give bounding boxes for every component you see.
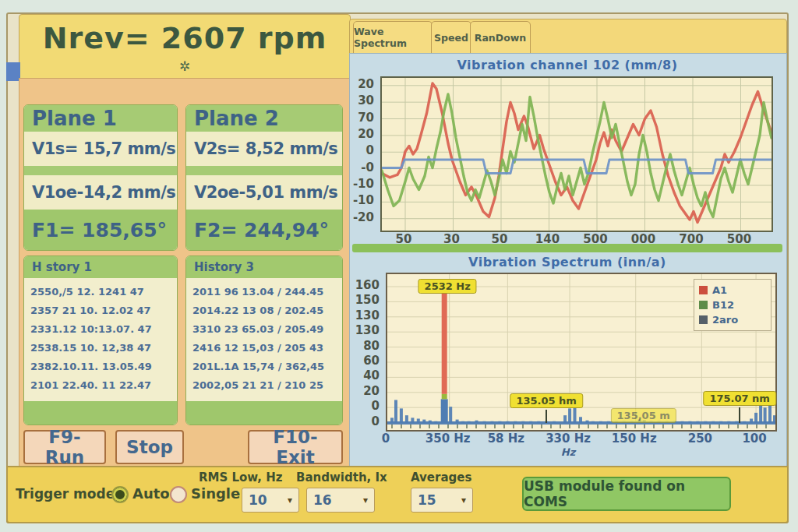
wave-y-tick-label: -10	[353, 193, 374, 207]
spectrum-x-tick-label: 330 Hz	[546, 432, 591, 446]
averages-value: 15	[418, 492, 436, 508]
legend-label: 2aro	[712, 312, 738, 327]
trigger-auto-label[interactable]: Auto	[132, 485, 170, 502]
history3-panel: History 3 2011 96 13.04 / 244.45 2014.22…	[185, 255, 343, 425]
legend-swatch-icon	[699, 301, 708, 309]
wave-series-green	[382, 94, 772, 217]
chevron-down-icon: ▾	[363, 495, 368, 506]
spectrum-y-tick-label: 0	[372, 399, 380, 413]
spectrum-chart-plot: A1B122aro 2532 Hz135.05 hm135,05 m175.07…	[386, 273, 777, 432]
spectrum-main-bar-green	[442, 394, 447, 400]
rotor-marker-icon: ✲	[19, 58, 350, 74]
spectrum-bar	[400, 408, 403, 423]
wave-y-tick-label: -0	[361, 160, 374, 174]
spectrum-y-tick-label: 60	[363, 354, 380, 368]
spectrum-callout-arrow	[546, 410, 547, 423]
rpm-readout: Nrev= 2607 rpm	[19, 21, 350, 55]
history1-panel: H story 1 2550,/5 12. 1241 47 2357 21 10…	[23, 255, 178, 425]
history1-row[interactable]: 2382.10.11. 13.05.49	[30, 358, 177, 376]
spectrum-main-bar-blue	[441, 399, 448, 423]
wave-y-tick-label: 0	[366, 143, 374, 157]
wave-chart-plot	[380, 76, 773, 232]
averages-label: Averages	[411, 470, 471, 484]
bandwidth-label: Bandwidth, Ix	[296, 470, 387, 484]
history3-row[interactable]: 2416 12 15,03 / 205 43	[192, 339, 342, 358]
spectrum-legend-entry: A1	[699, 283, 766, 298]
spectrum-main-bar-red	[442, 287, 447, 394]
history3-row[interactable]: 2011 96 13.04 / 244.45	[192, 283, 342, 301]
wave-series-red	[382, 83, 772, 223]
history3-footer	[186, 401, 342, 425]
averages-dropdown[interactable]: 15 ▾	[411, 488, 473, 513]
history1-footer	[24, 401, 177, 425]
run-button[interactable]: F9-Run	[23, 430, 106, 464]
history3-row[interactable]: 3310 23 65.03 / 205.49	[192, 320, 342, 339]
plane1-panel: Plane 1 V1s= 15,7 mm/s V1oe-14,2 mm/s F1…	[23, 104, 178, 251]
history1-row[interactable]: 2357 21 10. 12.02 47	[30, 301, 177, 320]
plane1-voe-value: V1oe-14,2 mm/s	[24, 175, 177, 210]
rms-low-dropdown[interactable]: 10 ▾	[242, 488, 299, 513]
spectrum-y-tick-label: 160	[355, 278, 380, 292]
plane1-vs-value: V1s= 15,7 mm/s	[24, 132, 177, 166]
wave-y-tick-label: 70	[358, 111, 374, 125]
plane1-phase-value: F1= 185,65°	[24, 210, 177, 250]
history1-row[interactable]: 2550,/5 12. 1241 47	[30, 283, 177, 301]
history1-row[interactable]: 2331.12 10:13.07. 47	[30, 320, 177, 339]
spectrum-callout: 175.07 nm	[703, 391, 776, 406]
plane2-divider	[186, 166, 342, 175]
exit-button[interactable]: F10-Exit	[248, 430, 343, 464]
stop-button[interactable]: Stop	[115, 430, 184, 464]
history3-list[interactable]: 2011 96 13.04 / 244.45 2014.22 13 08 / 2…	[186, 278, 342, 401]
chart-divider-strip	[352, 244, 782, 252]
tab-speed[interactable]: Speed	[431, 21, 471, 54]
spectrum-x-tick-label: 58 Hz	[488, 432, 524, 446]
spectrum-x-tick-label: 150 Hz	[612, 432, 657, 446]
chevron-down-icon: ▾	[288, 495, 292, 506]
spectrum-x-axis-sublabels: Hz	[386, 446, 774, 459]
history1-list[interactable]: 2550,/5 12. 1241 47 2357 21 10. 12.02 47…	[24, 278, 177, 401]
history3-row[interactable]: 2002,05 21 21 / 210 25	[192, 376, 342, 395]
trigger-single-radio[interactable]	[170, 486, 187, 503]
wave-y-tick-label: -10	[353, 177, 374, 191]
wave-chart-svg	[382, 78, 772, 231]
spectrum-legend: A1B122aro	[694, 279, 772, 331]
legend-label: A1	[712, 283, 727, 298]
tab-wave-spectrum[interactable]: Wave Spectrum	[353, 21, 433, 54]
spectrum-x-tick-label: 0	[382, 432, 390, 446]
wave-y-tick-label: 20	[358, 77, 374, 91]
plane2-phase-value: F2= 244,94°	[186, 210, 342, 250]
chevron-down-icon: ▾	[461, 495, 466, 506]
rms-low-label: RMS Low, Hz	[199, 470, 282, 484]
history1-row[interactable]: 2101 22.40. 11 22.47	[30, 376, 177, 395]
spectrum-y-tick-label: 0	[372, 414, 380, 428]
history1-row[interactable]: 2538.15 10. 12,38 47	[30, 339, 177, 358]
chart-tab-bar: Wave Spectrum Speed RanDown	[349, 19, 787, 55]
wave-y-tick-label: -20	[353, 210, 374, 224]
spectrum-bar	[764, 407, 767, 423]
spectrum-callout: 135,05 m	[611, 408, 676, 423]
wave-series-blue	[382, 160, 772, 174]
trigger-auto-radio[interactable]	[111, 486, 129, 503]
plane2-panel: Plane 2 V2s= 8,52 mm/s V2oe-5,01 mm/s F2…	[185, 104, 343, 251]
balancing-app-window: Nrev= 2607 rpm ✲ Plane 1 V1s= 15,7 mm/s …	[0, 0, 798, 532]
bandwidth-dropdown[interactable]: 16 ▾	[306, 488, 375, 513]
spectrum-legend-entry: 2aro	[699, 312, 766, 327]
trigger-mode-label: Trigger mode	[16, 486, 115, 502]
spectrum-y-tick-label: 130	[355, 308, 380, 322]
bandwidth-value: 16	[313, 492, 332, 508]
rms-low-value: 10	[249, 492, 267, 508]
legend-swatch-icon	[699, 315, 708, 324]
spectrum-bar	[568, 408, 571, 423]
spectrum-y-axis-labels: 1601501301308060402000	[355, 273, 383, 428]
history3-row[interactable]: 2014.22 13 08 / 202.45	[192, 301, 342, 320]
plane2-vs-value: V2s= 8,52 mm/s	[186, 132, 342, 166]
history3-row[interactable]: 201L.1A 15,74 / 362,45	[192, 358, 342, 376]
rpm-title-box: Nrev= 2607 rpm ✲	[19, 14, 351, 79]
spectrum-x-tick-sublabel: Hz	[561, 446, 575, 458]
plane1-header: Plane 1	[24, 105, 177, 132]
wave-y-tick-label: 20	[358, 127, 374, 141]
spectrum-y-tick-label: 80	[363, 339, 380, 353]
trigger-single-label[interactable]: Single	[191, 485, 240, 502]
tab-rundown[interactable]: RanDown	[470, 21, 531, 54]
spectrum-y-tick-label: 20	[363, 384, 380, 398]
